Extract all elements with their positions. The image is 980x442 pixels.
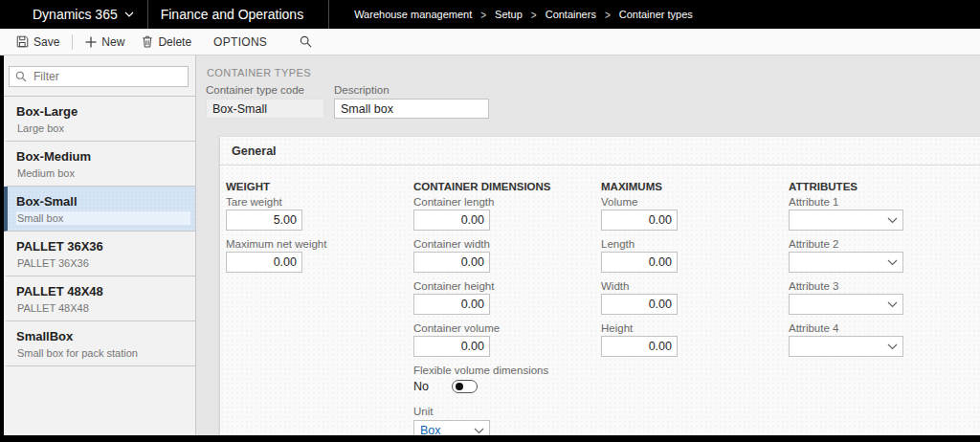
container-dimensions-column: CONTAINER DIMENSIONS Container lengthCon…	[413, 181, 601, 435]
maximum-net-weight-input[interactable]	[226, 252, 302, 273]
search-icon	[15, 71, 27, 82]
attribute-3-field: Attribute 3	[789, 280, 976, 315]
unit-dropdown[interactable]: Box	[413, 420, 490, 435]
container-type-code-field: Container type code Box-Small	[206, 84, 324, 119]
trash-icon	[142, 35, 153, 48]
container-dimensions-fields: Container lengthContainer widthContainer…	[413, 196, 601, 357]
general-fasttab-header[interactable]: General	[220, 137, 980, 166]
unit-field: Unit Box	[413, 406, 601, 435]
list-item-box-medium[interactable]: Box-MediumMedium box	[4, 142, 195, 187]
attribute-4-label: Attribute 4	[789, 322, 976, 335]
attribute-2-dropdown[interactable]	[789, 252, 903, 273]
filter-field	[9, 66, 189, 87]
chevron-right-icon: >	[531, 8, 537, 21]
search-icon	[300, 35, 312, 48]
chevron-right-icon: >	[605, 8, 611, 21]
flexible-volume-dimensions-field: Flexible volume dimensions No	[413, 365, 601, 393]
container-volume-input[interactable]	[413, 336, 490, 357]
list-item-box-large[interactable]: Box-LargeLarge box	[4, 97, 195, 142]
description-label: Description	[334, 84, 489, 97]
unit-label: Unit	[413, 406, 601, 418]
breadcrumb-setup[interactable]: Setup	[495, 9, 523, 20]
save-icon	[16, 35, 29, 48]
tare-weight-label: Tare weight	[226, 196, 413, 209]
delete-button[interactable]: Delete	[133, 29, 200, 55]
attribute-4-dropdown[interactable]	[789, 336, 903, 357]
description-input[interactable]	[334, 99, 489, 119]
list-item-subtitle: PALLET 36X36	[16, 256, 195, 270]
header-fields: Container type code Box-Small Descriptio…	[206, 84, 980, 119]
container-length-field: Container length	[413, 196, 601, 231]
container-type-code-label: Container type code	[206, 84, 324, 97]
container-volume-field: Container volume	[413, 322, 601, 357]
dynamics365-menu-button[interactable]: Dynamics 365	[0, 0, 147, 29]
list-item-subtitle: Medium box	[16, 166, 195, 180]
toolbar-search-button[interactable]	[288, 29, 323, 55]
chevron-down-icon	[887, 217, 898, 224]
list-item-pallet-36x36[interactable]: PALLET 36X36PALLET 36X36	[4, 232, 195, 276]
attribute-1-dropdown[interactable]	[789, 210, 903, 231]
list-item-smallbox[interactable]: SmallBoxSmall box for pack station	[4, 321, 195, 366]
chevron-down-icon	[474, 428, 484, 434]
options-menu-button[interactable]: OPTIONS	[200, 29, 280, 55]
toolbar-separator	[72, 34, 73, 50]
container-width-input[interactable]	[413, 252, 490, 273]
list-item-title: PALLET 36X36	[16, 239, 195, 254]
width-label: Width	[601, 280, 789, 293]
attributes-column: ATTRIBUTES Attribute 1Attribute 2Attribu…	[789, 181, 976, 435]
container-length-label: Container length	[413, 196, 601, 209]
list-item-box-small[interactable]: Box-SmallSmall box	[4, 187, 195, 232]
attributes-group-header: ATTRIBUTES	[789, 181, 976, 192]
container-width-field: Container width	[413, 238, 601, 273]
description-field: Description	[334, 84, 489, 119]
container-height-input[interactable]	[413, 294, 490, 315]
filter-input[interactable]	[32, 69, 182, 84]
length-field: Length	[601, 238, 789, 273]
bottom-edge-strip	[0, 435, 980, 442]
volume-input[interactable]	[601, 210, 678, 231]
width-input[interactable]	[601, 294, 678, 315]
length-label: Length	[601, 238, 789, 251]
toggle-knob	[456, 383, 463, 390]
new-button[interactable]: New	[77, 29, 133, 55]
container-dimensions-group-header: CONTAINER DIMENSIONS	[413, 181, 601, 192]
breadcrumb: Warehouse management>Setup>Containers>Co…	[329, 0, 693, 29]
maximums-group-header: MAXIMUMS	[601, 181, 789, 192]
flexible-volume-dimensions-toggle[interactable]	[452, 380, 478, 393]
attribute-3-dropdown[interactable]	[789, 294, 903, 315]
container-volume-label: Container volume	[413, 322, 601, 335]
breadcrumb-warehouse-management[interactable]: Warehouse management	[354, 9, 472, 20]
attribute-3-label: Attribute 3	[789, 280, 976, 293]
height-field: Height	[601, 322, 789, 357]
page-title: CONTAINER TYPES	[207, 67, 980, 78]
list-item-pallet-48x48[interactable]: PALLET 48X48PALLET 48X48	[4, 276, 195, 321]
height-label: Height	[601, 322, 789, 335]
height-input[interactable]	[601, 336, 678, 357]
volume-label: Volume	[601, 196, 789, 209]
list-item-title: Box-Small	[16, 194, 195, 210]
breadcrumb-containers[interactable]: Containers	[546, 9, 596, 20]
maximum-net-weight-label: Maximum net weight	[226, 238, 413, 251]
unit-value: Box	[420, 424, 474, 435]
attribute-4-field: Attribute 4	[789, 322, 976, 357]
top-navigation-bar: Dynamics 365 Finance and Operations Ware…	[0, 0, 980, 29]
container-type-list-panel: Box-LargeLarge boxBox-MediumMedium boxBo…	[4, 55, 196, 435]
tare-weight-input[interactable]	[226, 210, 302, 231]
list-item-title: SmallBox	[16, 329, 195, 344]
tare-weight-field: Tare weight	[226, 196, 413, 231]
flexible-volume-dimensions-state: No	[413, 380, 429, 393]
container-length-input[interactable]	[413, 210, 490, 231]
weight-column: WEIGHT Tare weightMaximum net weight	[226, 181, 413, 435]
breadcrumb-container-types[interactable]: Container types	[619, 9, 693, 20]
container-height-label: Container height	[413, 280, 601, 293]
chevron-right-icon: >	[480, 8, 486, 21]
attribute-2-label: Attribute 2	[789, 238, 976, 251]
action-toolbar: Save New Delete OPTIONS	[0, 29, 980, 55]
save-button[interactable]: Save	[8, 29, 68, 55]
list-item-subtitle: PALLET 48X48	[16, 301, 195, 315]
product-home-link[interactable]: Finance and Operations	[148, 0, 328, 29]
container-type-code-value: Box-Small	[206, 99, 324, 119]
length-input[interactable]	[601, 252, 678, 273]
maximums-fields: VolumeLengthWidthHeight	[601, 196, 789, 357]
chevron-down-icon	[887, 343, 898, 350]
